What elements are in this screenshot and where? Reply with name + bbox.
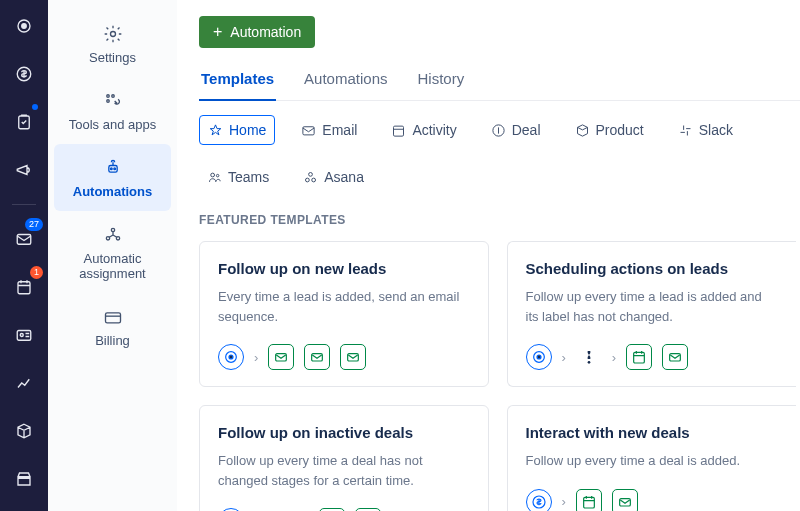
svg-point-14 [113,168,115,170]
chevron-icon: › [612,350,616,365]
deal-filter[interactable]: Deal [483,116,549,144]
calendar-icon [391,123,406,138]
svg-rect-20 [394,126,404,136]
mail-icon[interactable]: 27 [8,223,40,255]
add-automation-button[interactable]: + Automation [199,16,315,48]
id-card-icon[interactable] [8,319,40,351]
activity-filter[interactable]: Activity [383,116,464,144]
teams-icon [207,170,222,185]
svg-rect-6 [17,331,31,341]
store-icon[interactable] [8,463,40,495]
asana-icon [303,170,318,185]
package-icon [575,123,590,138]
chevron-icon: › [254,350,258,365]
template-card[interactable]: Follow up on inactive dealsFollow up eve… [199,405,489,511]
card-flow: › [218,344,470,370]
sidebar-label: Settings [89,50,136,65]
card-title: Interact with new deals [526,424,779,441]
email-filter[interactable]: Email [293,116,365,144]
assignment-item[interactable]: Automatic assignment [48,211,177,293]
target-step-icon [218,344,244,370]
mail-icon [301,123,316,138]
mail-step-icon [662,344,688,370]
svg-rect-29 [276,354,287,361]
product-filter[interactable]: Product [567,116,652,144]
svg-point-8 [110,32,115,37]
sidebar-label: Automatic assignment [54,251,171,281]
target-icon[interactable] [8,10,40,42]
svg-point-11 [106,100,109,103]
billing-item[interactable]: Billing [48,293,177,360]
automations-item[interactable]: Automations [54,144,171,211]
package-icon[interactable] [8,415,40,447]
tab-automations[interactable]: Automations [302,70,389,101]
svg-rect-30 [312,354,323,361]
nav-rail: 27 1 [0,0,48,511]
card-icon [103,307,123,327]
svg-point-33 [537,355,541,359]
svg-rect-18 [105,313,120,323]
card-desc: Every time a lead is added, send an emai… [218,287,470,326]
sidebar-label: Billing [95,333,130,348]
sidebar: Settings Tools and apps Automations Auto… [48,0,177,511]
slack-icon [678,123,693,138]
svg-point-23 [216,174,219,177]
svg-point-1 [22,24,27,29]
svg-rect-35 [634,352,645,363]
tools-icon [103,91,123,111]
card-desc: Follow up every time a lead is added and… [526,287,779,326]
star-icon [208,123,223,138]
tools-item[interactable]: Tools and apps [48,77,177,144]
asana-filter[interactable]: Asana [295,163,372,191]
mail-step-icon [340,344,366,370]
svg-point-7 [20,334,23,337]
chevron-icon: › [562,494,566,509]
dollar-icon[interactable] [8,58,40,90]
svg-point-24 [309,172,313,176]
svg-rect-5 [18,282,30,294]
sidebar-label: Automations [73,184,152,199]
card-title: Scheduling actions on leads [526,260,779,277]
svg-point-22 [211,173,215,177]
svg-rect-42 [584,497,595,508]
filter-bar: Home Email Activity Deal Product Slack T… [199,115,800,191]
template-cards: Follow up on new leadsEvery time a lead … [199,241,800,511]
slack-filter[interactable]: Slack [670,116,741,144]
svg-point-15 [111,228,114,231]
mail-step-icon [304,344,330,370]
svg-point-34 [588,361,591,364]
checklist-icon[interactable] [8,106,40,138]
calendar-icon[interactable]: 1 [8,271,40,303]
svg-rect-4 [17,235,31,245]
card-title: Follow up on inactive deals [218,424,470,441]
card-flow: › [526,489,779,512]
settings-item[interactable]: Settings [48,10,177,77]
template-card[interactable]: Follow up on new leadsEvery time a lead … [199,241,489,387]
calendar-step-icon [626,344,652,370]
svg-rect-43 [620,498,631,505]
card-title: Follow up on new leads [218,260,470,277]
mail-step-icon [268,344,294,370]
gear-icon [103,24,123,44]
chart-icon[interactable] [8,367,40,399]
sidebar-label: Tools and apps [69,117,156,132]
template-card[interactable]: Scheduling actions on leadsFollow up eve… [507,241,797,387]
section-label: FEATURED TEMPLATES [199,213,800,227]
megaphone-icon[interactable] [8,154,40,186]
tab-history[interactable]: History [415,70,466,101]
svg-rect-31 [348,354,359,361]
robot-icon [103,158,123,178]
tab-templates[interactable]: Templates [199,70,276,101]
main-content: + Automation Templates Automations Histo… [177,0,800,511]
teams-filter[interactable]: Teams [199,163,277,191]
target-step-icon [526,344,552,370]
mail-step-icon [612,489,638,512]
template-card[interactable]: Interact with new dealsFollow up every t… [507,405,797,511]
card-desc: Follow up every time a deal is added. [526,451,779,471]
assignment-icon [103,225,123,245]
content-tabs: Templates Automations History [199,70,800,101]
dollar-step-icon [526,489,552,512]
home-filter[interactable]: Home [199,115,275,145]
calendar-step-icon [576,489,602,512]
wait-step-icon [576,344,602,370]
